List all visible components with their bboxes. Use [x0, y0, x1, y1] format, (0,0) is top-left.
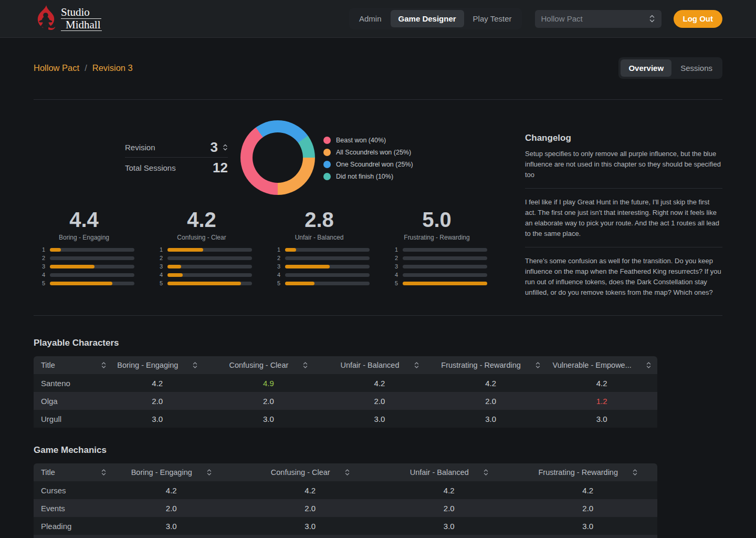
column-header-label: Vulnerable - Empowe... [553, 361, 632, 369]
histogram-level-label: 3 [274, 263, 280, 270]
overview-section: Revision 3 Total Sessions 12 [34, 109, 722, 297]
breadcrumb-separator: / [85, 63, 87, 73]
histogram-bar-fill [50, 265, 94, 268]
view-tab-overview[interactable]: Overview [621, 59, 671, 77]
histogram-level-label: 4 [392, 272, 398, 278]
column-header-label: Unfair - Balanced [410, 468, 469, 477]
table-row[interactable]: Urgull3.03.03.03.03.0 [34, 410, 657, 428]
rating-scale-label: Confusing - Clear [151, 234, 252, 241]
rating-value-cell: 1.2 [546, 392, 657, 410]
sort-updown-icon [484, 469, 488, 476]
rating-value-cell: 3.0 [380, 517, 519, 535]
histogram-row: 3 [156, 262, 252, 271]
donut-hole [253, 132, 303, 183]
sort-updown-icon [414, 361, 419, 369]
rating-value-cell: 2.0 [519, 535, 658, 538]
column-header-inner: Confusing - Clear [241, 468, 380, 477]
project-select-value: Hollow Pact [541, 14, 583, 23]
histogram-level-label: 1 [39, 246, 45, 253]
legend-item[interactable]: Did not finish (10%) [323, 173, 413, 180]
histogram-bar-track [285, 248, 370, 252]
histogram-bar-track [167, 282, 252, 285]
histogram-level-label: 1 [156, 246, 163, 253]
view-tab-group: OverviewSessions [618, 57, 722, 79]
rating-summary-block: 5.0Frustrating - Rewarding12345 [386, 209, 487, 287]
breadcrumb-project[interactable]: Hollow Pact [34, 63, 79, 73]
rating-value-cell: 3.0 [435, 410, 547, 428]
breadcrumb-revision[interactable]: Revision 3 [92, 63, 133, 73]
rating-value-cell: 4.2 [241, 481, 380, 499]
rating-scale-label: Frustrating - Rewarding [386, 234, 487, 241]
column-header-inner: Unfair - Balanced [324, 361, 435, 369]
legend-item[interactable]: One Scoundrel won (25%) [323, 161, 413, 168]
histogram-row: 2 [392, 254, 487, 262]
table-row[interactable]: Curses4.24.24.24.2 [34, 481, 657, 499]
revision-stepper-icon[interactable] [223, 143, 228, 151]
sort-updown-icon [101, 361, 106, 369]
histogram-bar-fill [285, 282, 314, 285]
legend-item[interactable]: Beast won (40%) [323, 137, 413, 144]
column-header-label: Title [41, 361, 55, 369]
rating-histogram: 12345 [34, 245, 134, 287]
table-row[interactable]: Events2.02.02.02.0 [34, 499, 657, 517]
rating-scale-label: Boring - Engaging [34, 234, 134, 241]
column-header-label: Frustrating - Rewarding [539, 468, 618, 477]
select-updown-icon [649, 14, 655, 23]
sort-updown-icon [646, 361, 651, 369]
table-row[interactable]: Items2.02.02.02.0 [34, 535, 657, 538]
row-title-cell: Urgull [34, 410, 102, 428]
histogram-row: 4 [156, 271, 252, 279]
column-header-inner: Boring - Engaging [102, 468, 241, 477]
histogram-bar-track [403, 265, 487, 268]
column-header[interactable]: Vulnerable - Empowe... [546, 356, 657, 374]
column-header[interactable]: Frustrating - Rewarding [519, 463, 658, 481]
flame-meeple-logo-icon [34, 5, 58, 33]
total-sessions-label: Total Sessions [125, 163, 176, 172]
revision-row: Revision 3 [125, 137, 228, 157]
column-header[interactable]: Title [34, 463, 102, 481]
rating-value-cell: 2.0 [102, 499, 241, 517]
histogram-level-label: 2 [156, 255, 163, 261]
column-header[interactable]: Unfair - Balanced [324, 356, 435, 374]
role-tab-group: AdminGame DesignerPlay Tester [349, 8, 522, 29]
table-row[interactable]: Santeno4.24.94.24.24.2 [34, 374, 657, 392]
role-tab-admin[interactable]: Admin [351, 10, 390, 27]
brand-line1: Studio [61, 6, 101, 18]
column-header[interactable]: Frustrating - Rewarding [435, 356, 547, 374]
legend-item[interactable]: All Scoundrels won (25%) [323, 149, 413, 156]
rating-value-cell: 4.2 [519, 481, 658, 499]
histogram-bar-track [285, 282, 370, 285]
rating-value-cell: 4.9 [213, 374, 324, 392]
column-header[interactable]: Confusing - Clear [241, 463, 380, 481]
column-header[interactable]: Boring - Engaging [102, 356, 213, 374]
histogram-row: 2 [39, 254, 134, 262]
histogram-bar-track [167, 256, 252, 260]
column-header[interactable]: Boring - Engaging [102, 463, 241, 481]
logout-button[interactable]: Log Out [674, 10, 722, 28]
table-row[interactable]: Pleading3.03.03.03.0 [34, 517, 657, 535]
row-title-cell: Items [34, 535, 102, 538]
changelog-divider [525, 247, 722, 247]
table-row[interactable]: Olga2.02.02.02.01.2 [34, 392, 657, 410]
legend-dot [323, 149, 331, 156]
histogram-bar-track [50, 273, 134, 277]
column-header[interactable]: Unfair - Balanced [380, 463, 519, 481]
role-tab-play-tester[interactable]: Play Tester [465, 10, 520, 27]
project-select[interactable]: Hollow Pact [535, 10, 662, 28]
revision-value: 3 [211, 139, 228, 156]
legend-label: Did not finish (10%) [336, 173, 393, 180]
rating-summary-block: 4.4Boring - Engaging12345 [34, 209, 134, 287]
rating-value-cell: 3.0 [519, 517, 658, 535]
column-header-inner: Boring - Engaging [102, 361, 213, 369]
brand-logo[interactable]: Studio Midhall [34, 5, 102, 33]
role-tab-game-designer[interactable]: Game Designer [391, 10, 464, 27]
view-tab-sessions[interactable]: Sessions [673, 59, 720, 77]
column-header[interactable]: Title [34, 356, 102, 374]
rating-score: 4.2 [151, 209, 252, 231]
rating-score: 5.0 [386, 209, 487, 231]
histogram-bar-track [403, 282, 487, 285]
histogram-row: 3 [274, 262, 370, 271]
column-header[interactable]: Confusing - Clear [213, 356, 324, 374]
sort-updown-icon [207, 469, 212, 476]
histogram-bar-fill [285, 248, 296, 252]
